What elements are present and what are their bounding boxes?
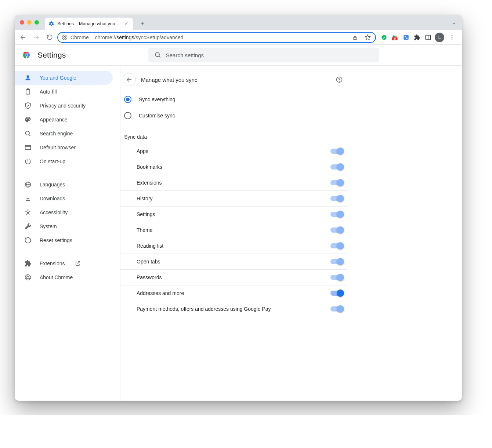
sidebar-item-label: Default browser [40, 145, 76, 150]
search-settings-input[interactable]: Search settings [148, 48, 379, 62]
sidebar-item-privacy-and-security[interactable]: Privacy and security [15, 99, 113, 113]
sidebar-item-system[interactable]: System [15, 219, 113, 233]
share-icon[interactable] [350, 33, 360, 42]
sidebar-item-default-browser[interactable]: Default browser [15, 141, 113, 154]
panel-title: Manage what you sync [141, 77, 328, 83]
sidebar-item-label: You and Google [40, 75, 76, 81]
svg-point-25 [25, 131, 29, 135]
toggle[interactable] [330, 306, 343, 312]
sidebar-item-appearance[interactable]: Appearance [15, 113, 113, 127]
svg-point-23 [155, 52, 159, 57]
sync-row-apps: Apps [120, 143, 347, 159]
sync-row-extensions: Extensions [120, 175, 347, 191]
sync-row-payment-methods-offers-and-addresses-using-google-pay: Payment methods, offers and addresses us… [120, 301, 347, 317]
sidebar-item-about-chrome[interactable]: About Chrome [15, 270, 113, 284]
browser-icon [24, 144, 32, 151]
sidebar-item-reset-settings[interactable]: Reset settings [15, 233, 113, 247]
tab-overflow-button[interactable] [449, 18, 459, 29]
sidebar-item-search-engine[interactable]: Search engine [15, 127, 113, 141]
sidebar-item-label: Languages [40, 182, 65, 187]
toggle[interactable] [330, 180, 343, 185]
settings-sidebar: You and GoogleAuto-fillPrivacy and secur… [15, 66, 120, 401]
panel-back-button[interactable] [123, 73, 136, 86]
sync-row-settings: Settings [120, 207, 347, 222]
extension-icon-1[interactable] [380, 33, 388, 42]
gear-icon [48, 21, 54, 27]
sync-row-label: History [137, 196, 153, 201]
tab-strip: Settings – Manage what you sy [15, 15, 462, 30]
sidebar-divider [22, 173, 110, 173]
restore-icon [24, 237, 32, 244]
window-controls [18, 20, 43, 25]
settings-header: Settings Search settings [15, 45, 462, 65]
toggle[interactable] [330, 291, 343, 296]
sync-row-open-tabs: Open tabs [120, 254, 347, 270]
page-content: Settings Search settings You and GoogleA… [15, 45, 462, 401]
new-tab-button[interactable] [137, 18, 148, 29]
sidebar-item-label: Auto-fill [40, 89, 57, 95]
search-placeholder: Search settings [166, 52, 204, 58]
sidebar-divider [22, 252, 110, 252]
globe-icon [24, 181, 32, 188]
back-button[interactable] [18, 32, 29, 43]
toggle[interactable] [330, 196, 343, 201]
svg-rect-27 [25, 145, 31, 150]
help-button[interactable] [333, 74, 345, 85]
svg-text:3x: 3x [394, 37, 397, 40]
svg-point-18 [452, 39, 453, 40]
address-bar[interactable]: Chrome chrome://settings/syncSetup/advan… [57, 32, 376, 43]
browser-window: Settings – Manage what you sy Chrome [15, 15, 462, 401]
bookmark-icon[interactable] [363, 33, 372, 42]
person-icon [24, 74, 32, 81]
close-tab-button[interactable] [123, 21, 129, 27]
browser-menu-button[interactable] [446, 32, 457, 43]
forward-button[interactable] [31, 32, 42, 43]
extension-icon-2[interactable]: 3x [391, 33, 399, 42]
browser-tab[interactable]: Settings – Manage what you sy [45, 18, 133, 30]
svg-line-37 [29, 278, 30, 279]
toggle[interactable] [330, 275, 343, 280]
reload-button[interactable] [44, 32, 55, 43]
sidebar-item-auto-fill[interactable]: Auto-fill [15, 85, 113, 99]
radio-label: Customise sync [139, 113, 175, 119]
side-panel-icon[interactable] [424, 33, 433, 42]
extension-icon-3[interactable] [402, 33, 410, 42]
radio-sync-everything[interactable]: Sync everything [120, 91, 347, 108]
sidebar-item-label: Appearance [40, 117, 68, 123]
svg-marker-9 [365, 34, 370, 40]
clipboard-icon [24, 88, 32, 95]
close-window-button[interactable] [20, 20, 24, 25]
sidebar-item-downloads[interactable]: Downloads [15, 192, 113, 205]
radio-label: Sync everything [139, 96, 176, 102]
toggle[interactable] [330, 164, 343, 170]
toggle[interactable] [330, 259, 343, 264]
maximize-window-button[interactable] [35, 20, 39, 25]
sidebar-item-extensions[interactable]: Extensions [15, 256, 113, 270]
sidebar-item-accessibility[interactable]: Accessibility [15, 205, 113, 219]
svg-point-17 [452, 37, 453, 38]
minimize-window-button[interactable] [27, 20, 32, 25]
toggle[interactable] [330, 243, 343, 248]
svg-point-16 [452, 35, 453, 36]
radio-customise-sync[interactable]: Customise sync [120, 108, 347, 124]
extensions-menu-icon[interactable] [413, 33, 422, 42]
section-label: Sync data [120, 127, 347, 143]
settings-main: Manage what you sync Sync everything Cu [120, 66, 462, 401]
sidebar-item-languages[interactable]: Languages [15, 178, 113, 192]
accessibility-icon [24, 209, 32, 216]
toggle[interactable] [330, 149, 343, 154]
sidebar-item-label: Accessibility [40, 210, 68, 215]
sync-row-label: Settings [137, 211, 155, 217]
tab-title: Settings – Manage what you sy [57, 21, 120, 26]
url-scheme-label: Chrome [70, 34, 89, 40]
profile-avatar[interactable]: L [435, 33, 444, 42]
sidebar-item-on-start-up[interactable]: On start-up [15, 154, 113, 168]
toggle[interactable] [330, 212, 343, 217]
sidebar-item-label: On start-up [40, 159, 65, 164]
chrome-icon [24, 274, 32, 281]
sidebar-item-you-and-google[interactable]: You and Google [15, 71, 113, 85]
toggle[interactable] [330, 227, 343, 233]
sync-row-history: History [120, 191, 347, 207]
svg-rect-13 [404, 35, 409, 40]
radio-icon [124, 96, 131, 103]
